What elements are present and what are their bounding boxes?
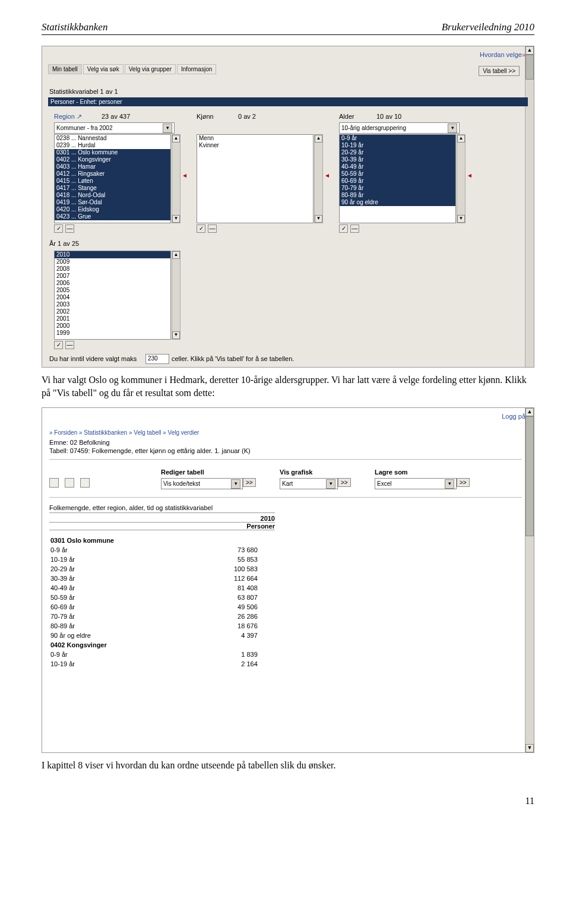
scrollbar-vertical[interactable]: ▲ ▼ xyxy=(525,408,534,752)
emne-label: Emne: 02 Befolkning xyxy=(49,439,110,446)
help-link[interactable]: Hvordan velge» xyxy=(480,51,525,58)
list-item[interactable]: Menn xyxy=(197,135,313,142)
list-item[interactable]: 0402 ... Kongsvinger xyxy=(55,156,170,163)
deselect-all-button[interactable]: — xyxy=(350,224,359,233)
list-item[interactable]: 0423 ... Grue xyxy=(55,213,170,220)
list-item[interactable]: 0301 ... Oslo kommune xyxy=(55,149,170,156)
list-item[interactable]: 0239 ... Hurdal xyxy=(55,142,170,149)
list-item[interactable]: 80-89 år xyxy=(340,192,455,199)
list-item[interactable]: 20-29 år xyxy=(340,149,455,156)
deselect-all-button[interactable]: — xyxy=(65,341,74,349)
tab-velg-via-sok[interactable]: Velg via søk xyxy=(83,64,124,74)
collapse-icon[interactable]: ◂ xyxy=(183,171,186,179)
list-item[interactable]: 2009 xyxy=(55,258,170,265)
kjonn-list[interactable]: MennKvinner xyxy=(197,134,314,223)
list-item[interactable]: 70-79 år xyxy=(340,185,455,192)
divider xyxy=(49,459,522,460)
lagre-go-button[interactable]: >> xyxy=(457,478,470,487)
table-row: 90 år og eldre4 397 xyxy=(50,631,258,640)
cell-count-field[interactable]: 230 xyxy=(145,354,169,364)
region-scrollbar[interactable]: ▲▼ xyxy=(172,134,180,223)
lagre-label: Lagre som xyxy=(375,469,408,476)
list-item[interactable]: 10-19 år xyxy=(340,142,455,149)
breadcrumb[interactable]: » Forsiden » Statistikkbanken » Velg tab… xyxy=(49,429,199,436)
select-all-button[interactable]: ✓ xyxy=(54,224,63,233)
alder-label: Alder xyxy=(339,113,354,120)
data-table: 0301 Oslo kommune0-9 år73 68010-19 år55 … xyxy=(49,535,259,669)
chevron-down-icon: ▾ xyxy=(326,479,335,489)
list-item[interactable]: 2000 xyxy=(55,322,170,330)
list-item[interactable]: 40-49 år xyxy=(340,163,455,170)
list-item[interactable]: Kvinner xyxy=(197,142,313,149)
list-item[interactable]: 0238 ... Nannestad xyxy=(55,135,170,142)
vis-grafisk-go-button[interactable]: >> xyxy=(338,478,351,487)
list-item[interactable]: 2005 xyxy=(55,287,170,294)
tool-icon[interactable] xyxy=(80,478,90,488)
list-item[interactable]: 50-59 år xyxy=(340,170,455,178)
page-header: Statistikkbanken Brukerveiledning 2010 xyxy=(42,21,534,33)
list-item[interactable]: 0419 ... Sør-Odal xyxy=(55,199,170,206)
header-right: Brukerveiledning 2010 xyxy=(442,21,534,33)
login-link[interactable]: Logg på xyxy=(502,413,525,420)
collapse-icon[interactable]: ◂ xyxy=(325,171,329,179)
scroll-up-icon[interactable]: ▲ xyxy=(525,46,534,55)
list-item[interactable]: 0-9 år xyxy=(340,135,455,142)
ar-list[interactable]: 2010200920082007200620052004200320022001… xyxy=(54,251,171,340)
select-all-button[interactable]: ✓ xyxy=(339,224,348,233)
deselect-all-button[interactable]: — xyxy=(208,224,217,233)
rediger-dropdown[interactable]: Vis kode/tekst▾ xyxy=(161,478,243,489)
collapse-icon[interactable]: ◂ xyxy=(468,171,471,179)
table-row: 80-89 år18 676 xyxy=(50,622,258,630)
lagre-dropdown[interactable]: Excel▾ xyxy=(375,478,457,489)
list-item[interactable]: 90 år og eldre xyxy=(340,199,455,206)
cell-count-text-b: celler. Klikk på 'Vis tabell' for å se t… xyxy=(172,355,294,362)
table-row: 0402 Kongsvinger xyxy=(50,641,258,649)
list-item[interactable]: 2007 xyxy=(55,273,170,280)
vis-grafisk-dropdown[interactable]: Kart▾ xyxy=(280,478,338,489)
tab-min-tabell[interactable]: Min tabell xyxy=(48,64,82,74)
list-item[interactable]: 1999 xyxy=(55,330,170,337)
list-item[interactable]: 0403 ... Hamar xyxy=(55,163,170,170)
region-dropdown[interactable]: Kommuner - fra 2002▾ xyxy=(54,122,175,134)
list-item[interactable]: 0417 ... Stange xyxy=(55,185,170,192)
select-all-button[interactable]: ✓ xyxy=(197,224,205,233)
list-item[interactable]: 0415 ... Løten xyxy=(55,178,170,185)
table-title: Folkemengde, etter region, alder, tid og… xyxy=(49,504,275,513)
list-item[interactable]: 2010 xyxy=(55,251,170,258)
alder-count: 10 av 10 xyxy=(376,113,401,120)
vis-tabell-button[interactable]: Vis tabell >> xyxy=(479,66,520,76)
alder-dropdown[interactable]: 10-årig aldersgruppering▾ xyxy=(339,122,460,134)
pivot-icon[interactable] xyxy=(49,478,59,488)
kjonn-scrollbar[interactable]: ▲▼ xyxy=(314,134,323,223)
scrollbar-vertical[interactable]: ▲ xyxy=(525,46,534,367)
list-item[interactable]: 2001 xyxy=(55,315,170,322)
list-item[interactable]: 2003 xyxy=(55,301,170,308)
statistikkvariabel-label: Statistikkvariabel 1 av 1 xyxy=(49,88,118,95)
list-item[interactable]: 30-39 år xyxy=(340,156,455,163)
tab-velg-via-grupper[interactable]: Velg via grupper xyxy=(125,64,176,74)
vis-grafisk-label: Vis grafisk xyxy=(280,469,312,476)
list-item[interactable]: 2004 xyxy=(55,294,170,301)
tab-informasjon[interactable]: Informasjon xyxy=(177,64,216,74)
list-item[interactable]: 0420 ... Eidskog xyxy=(55,206,170,213)
kjonn-label: Kjønn xyxy=(197,113,214,120)
rotate-icon[interactable] xyxy=(65,478,74,488)
list-item[interactable]: 2008 xyxy=(55,265,170,273)
deselect-all-button[interactable]: — xyxy=(65,224,74,233)
list-item[interactable]: 2006 xyxy=(55,280,170,287)
table-row: 60-69 år49 506 xyxy=(50,603,258,611)
select-all-button[interactable]: ✓ xyxy=(54,341,63,349)
region-list[interactable]: 0238 ... Nannestad0239 ... Hurdal0301 ..… xyxy=(54,134,171,223)
ar-scrollbar[interactable]: ▲▼ xyxy=(172,251,180,340)
region-label[interactable]: Region ↗ xyxy=(54,113,82,121)
list-item[interactable]: 2002 xyxy=(55,308,170,315)
col-year: 2010 xyxy=(49,515,275,523)
table-row: 20-29 år100 583 xyxy=(50,565,258,573)
rediger-go-button[interactable]: >> xyxy=(243,478,256,487)
alder-scrollbar[interactable]: ▲▼ xyxy=(457,134,466,223)
list-item[interactable]: 60-69 år xyxy=(340,178,455,185)
alder-list[interactable]: 0-9 år10-19 år20-29 år30-39 år40-49 år50… xyxy=(339,134,456,223)
list-item[interactable]: 0412 ... Ringsaker xyxy=(55,170,170,178)
chevron-down-icon: ▾ xyxy=(163,124,172,133)
list-item[interactable]: 0418 ... Nord-Odal xyxy=(55,192,170,199)
